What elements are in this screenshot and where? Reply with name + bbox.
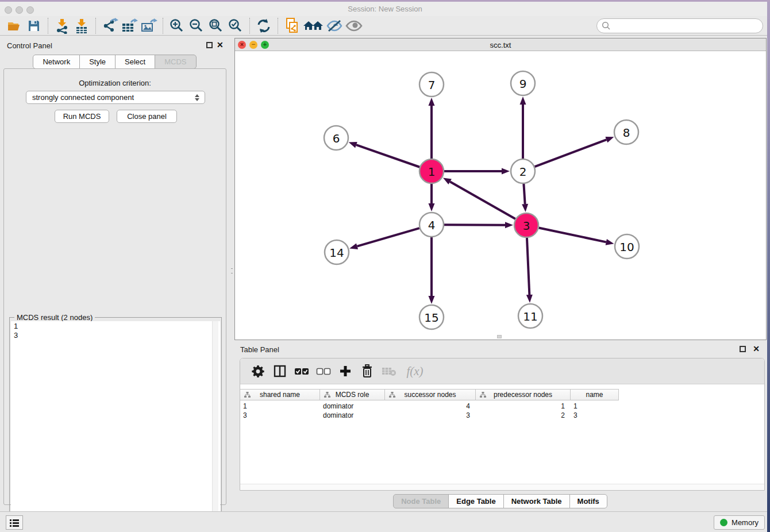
mcds-result-list[interactable]: 13 <box>11 321 220 528</box>
delete-table-icon[interactable] <box>380 363 398 380</box>
graph-node-14[interactable]: 14 <box>325 240 349 264</box>
table-cell[interactable]: dominator <box>320 411 385 420</box>
column-header-successor-nodes[interactable]: successor nodes <box>385 390 476 400</box>
graph-node-11[interactable]: 11 <box>518 304 542 328</box>
graph-node-label: 15 <box>424 311 438 325</box>
table-cell[interactable]: dominator <box>320 402 385 411</box>
graph-node-7[interactable]: 7 <box>419 72 444 97</box>
apply-layout-icon[interactable] <box>254 17 274 34</box>
search-icon <box>602 21 611 30</box>
table-row[interactable]: 3dominator323 <box>240 411 619 420</box>
table-cell[interactable]: 3 <box>385 411 476 420</box>
import-network-icon[interactable] <box>52 17 72 34</box>
table-hscrollbar[interactable] <box>240 484 764 490</box>
export-image-icon[interactable] <box>139 17 159 34</box>
graph-edge-2-8[interactable] <box>535 140 607 167</box>
run-mcds-button[interactable]: Run MCDS <box>55 110 109 123</box>
table-cell[interactable]: 3 <box>571 411 619 420</box>
graph-node-1[interactable]: 1 <box>419 159 444 183</box>
graph-arrowhead <box>522 204 528 212</box>
tab-style[interactable]: Style <box>79 55 116 69</box>
tab-network[interactable]: Network <box>33 55 80 69</box>
table-cell[interactable]: 3 <box>240 411 320 420</box>
graph-node-6[interactable]: 6 <box>324 126 348 150</box>
tab-edge-table[interactable]: Edge Table <box>448 494 503 508</box>
table-cell[interactable]: 4 <box>385 402 476 411</box>
float-panel-icon[interactable] <box>206 42 213 48</box>
open-session-icon[interactable] <box>5 17 24 34</box>
delete-column-icon[interactable] <box>359 363 376 380</box>
deselect-all-icon[interactable] <box>315 363 332 380</box>
graph-edge-3-1[interactable] <box>450 182 515 219</box>
panel-divider[interactable] <box>230 36 234 511</box>
table-mode-gear-icon[interactable] <box>249 363 267 380</box>
network-canvas[interactable]: 7968124314101511 <box>235 51 766 340</box>
search-input[interactable] <box>614 20 763 32</box>
graph-edge-1-6[interactable] <box>356 145 419 167</box>
tab-network-table[interactable]: Network Table <box>503 494 570 508</box>
select-all-icon[interactable] <box>293 363 310 380</box>
graph-arrowhead <box>349 142 357 148</box>
graph-edge-4-14[interactable] <box>357 228 419 246</box>
result-item: 1 <box>11 321 220 330</box>
network-graph[interactable]: 7968124314101511 <box>235 51 766 340</box>
hide-details-icon[interactable] <box>325 17 344 34</box>
graph-node-2[interactable]: 2 <box>511 159 535 183</box>
graph-node-label: 3 <box>523 219 530 233</box>
table-cell[interactable]: 1 <box>571 402 619 411</box>
graph-node-9[interactable]: 9 <box>511 71 535 95</box>
table-cell[interactable]: 2 <box>476 411 571 420</box>
graph-node-10[interactable]: 10 <box>615 234 639 259</box>
zoom-fit-icon[interactable] <box>206 17 226 34</box>
home-view-icon[interactable] <box>302 17 325 34</box>
optimization-criterion-select[interactable]: strongly connected component <box>26 91 205 104</box>
column-header-predecessor-nodes[interactable]: predecessor nodes <box>476 390 571 400</box>
graph-edge-3-11[interactable] <box>527 238 529 295</box>
memory-button[interactable]: Memory <box>714 515 765 530</box>
tab-motifs[interactable]: Motifs <box>569 494 607 508</box>
graph-node-label: 8 <box>623 126 630 140</box>
graph-node-label: 1 <box>428 165 436 179</box>
graph-node-label: 2 <box>519 165 527 179</box>
save-session-icon[interactable] <box>24 17 44 34</box>
export-network-icon[interactable] <box>100 17 120 34</box>
table-cell[interactable]: 1 <box>476 402 571 411</box>
task-history-icon[interactable] <box>6 515 23 530</box>
divider-grip <box>231 268 233 273</box>
zoom-selected-icon[interactable] <box>226 17 245 34</box>
export-table-icon[interactable] <box>120 17 139 34</box>
graph-node-15[interactable]: 15 <box>419 305 444 329</box>
show-view-icon[interactable] <box>344 17 364 34</box>
graph-edge-3-10[interactable] <box>539 228 606 242</box>
function-builder-icon[interactable]: f(x) <box>402 363 428 380</box>
tab-node-table[interactable]: Node Table <box>393 494 449 508</box>
result-scrollbar[interactable] <box>212 321 218 528</box>
column-header-name[interactable]: name <box>571 390 619 400</box>
canvas-resize-grip[interactable] <box>497 335 502 338</box>
close-panel-button[interactable]: Close panel <box>117 110 177 123</box>
graph-edge-2-3[interactable] <box>523 184 525 204</box>
graph-edge-4-3[interactable] <box>444 225 505 225</box>
graph-node-4[interactable]: 4 <box>419 213 444 237</box>
show-hide-columns-icon[interactable] <box>271 363 288 380</box>
clone-network-icon[interactable] <box>282 17 302 34</box>
import-table-icon[interactable] <box>72 17 91 34</box>
column-header-MCDS-role[interactable]: MCDS role <box>320 390 385 400</box>
table-cell[interactable]: 1 <box>240 402 320 411</box>
column-header-shared-name[interactable]: shared name <box>240 390 320 400</box>
create-column-icon[interactable] <box>337 363 354 380</box>
graph-node-8[interactable]: 8 <box>614 120 638 144</box>
search-box[interactable] <box>596 18 763 33</box>
zoom-in-icon[interactable] <box>167 17 187 34</box>
column-label: successor nodes <box>404 391 456 399</box>
network-window-titlebar[interactable]: × − + scc.txt <box>235 38 766 51</box>
table-float-icon[interactable] <box>740 346 746 352</box>
table-close-icon[interactable]: ✕ <box>753 344 760 353</box>
zoom-out-icon[interactable] <box>187 17 206 34</box>
tab-select[interactable]: Select <box>115 55 155 69</box>
optimization-criterion-label: Optimization criterion: <box>4 79 226 87</box>
close-panel-icon[interactable]: ✕ <box>217 40 224 49</box>
graph-node-3[interactable]: 3 <box>514 213 538 237</box>
tab-mcds[interactable]: MCDS <box>155 55 196 69</box>
table-row[interactable]: 1dominator411 <box>240 402 619 411</box>
